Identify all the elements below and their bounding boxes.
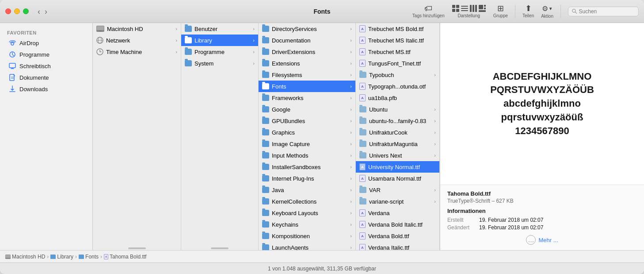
list-item[interactable]: A Typograph...otunda.otf bbox=[356, 81, 439, 92]
list-item[interactable]: DriverExtensions › bbox=[259, 46, 355, 58]
list-item[interactable]: GPUBundles › bbox=[259, 115, 355, 127]
list-item[interactable]: Keyboard Layouts › bbox=[259, 207, 355, 219]
group-icon: ⊞ bbox=[497, 4, 504, 12]
list-item[interactable]: Java › bbox=[259, 184, 355, 196]
content-area: Favoriten AirDrop bbox=[0, 23, 644, 250]
sidebar-item-dokumente[interactable]: Dokumente bbox=[2, 72, 91, 83]
arrow-icon: › bbox=[175, 26, 177, 31]
list-item[interactable]: DirectoryServices › bbox=[259, 23, 355, 35]
sidebar-item-label-programme: Programme bbox=[19, 51, 50, 58]
list-item[interactable]: UnifrakturCook › bbox=[356, 127, 439, 138]
breadcrumb-item-macintosh[interactable]: Macintosh HD bbox=[5, 254, 45, 260]
sidebar-item-airdrop[interactable]: AirDrop bbox=[2, 37, 91, 49]
list-item[interactable]: Fonts › bbox=[259, 81, 355, 92]
sidebar-item-label-dokumente: Dokumente bbox=[19, 74, 49, 81]
list-item[interactable]: A Usambara Normal.ttf bbox=[356, 173, 439, 184]
list-item[interactable]: A ua1b8a.pfb bbox=[356, 92, 439, 104]
list-item[interactable]: Kompositionen › bbox=[259, 230, 355, 242]
list-item[interactable]: Univers Next › bbox=[356, 150, 439, 161]
breadcrumb-item-fonts[interactable]: Fonts bbox=[79, 254, 99, 260]
list-item[interactable]: A Trebuchet MS Italic.ttf bbox=[356, 35, 439, 46]
list-item[interactable]: A Trebuchet MS Bold.ttf bbox=[356, 23, 439, 35]
list-item[interactable]: A Verdana Bold Italic.ttf bbox=[356, 219, 439, 230]
list-item[interactable]: Filesystems › bbox=[259, 69, 355, 81]
sidebar-item-schreibtisch[interactable]: Schreibtisch bbox=[2, 60, 91, 72]
list-item[interactable]: Graphics › bbox=[259, 127, 355, 138]
arrow-icon: › bbox=[350, 26, 352, 31]
arrow-icon: › bbox=[350, 141, 352, 147]
gallery-icon bbox=[478, 4, 486, 12]
font-preview-display: ABCDEFGHIJKLMNO PQRSTUVWXYZÄÖÜB abcdefgh… bbox=[440, 23, 644, 185]
preview-modified-val: 19. Februar 2018 um 02:07 bbox=[479, 224, 543, 231]
list-item[interactable]: Documentation › bbox=[259, 35, 355, 46]
list-item[interactable]: UnifrakturMaguntia › bbox=[356, 138, 439, 150]
col3-item-text: GPUBundles bbox=[272, 118, 347, 124]
folder-icon bbox=[262, 175, 269, 181]
list-item[interactable]: A Trebuchet MS.ttf bbox=[356, 46, 439, 58]
preview-modified-row: Geändert 19. Februar 2018 um 02:07 bbox=[447, 224, 637, 231]
list-item[interactable]: Frameworks › bbox=[259, 92, 355, 104]
search-box[interactable] bbox=[568, 7, 639, 16]
share-button[interactable]: ⬆ Teilen bbox=[522, 4, 534, 18]
folder-icon bbox=[262, 95, 269, 101]
tags-button[interactable]: 🏷 Tags hinzufügen bbox=[412, 4, 445, 18]
col4-item-text: ua1b8a.pfb bbox=[368, 95, 436, 101]
list-item[interactable]: LaunchAgents › bbox=[259, 242, 355, 250]
col3-item-text: DriverExtensions bbox=[272, 49, 347, 55]
folder-icon bbox=[262, 233, 269, 239]
folder-icon bbox=[359, 129, 366, 135]
list-item[interactable]: Image Capture › bbox=[259, 138, 355, 150]
minimize-button[interactable] bbox=[14, 8, 20, 14]
col3-item-text: DirectoryServices bbox=[272, 26, 347, 32]
arrow-icon: › bbox=[253, 61, 255, 66]
list-item[interactable]: KernelCollections › bbox=[259, 196, 355, 207]
list-item[interactable]: A Verdana bbox=[356, 207, 439, 219]
list-item[interactable]: Internet Plug-Ins › bbox=[259, 173, 355, 184]
list-item[interactable]: Programme › bbox=[181, 46, 258, 58]
list-item[interactable]: A University Normal.ttf bbox=[356, 161, 439, 173]
list-item[interactable]: A Verdana Bold.ttf bbox=[356, 230, 439, 242]
share-label: Teilen bbox=[522, 13, 534, 18]
maximize-button[interactable] bbox=[23, 8, 29, 14]
search-input[interactable] bbox=[579, 8, 635, 15]
list-item[interactable]: ubuntu-fo...family-0.83 › bbox=[356, 115, 439, 127]
list-item[interactable]: A Verdana Italic.ttf bbox=[356, 242, 439, 250]
font-file-icon: A bbox=[359, 37, 366, 44]
list-item[interactable]: Extensions › bbox=[259, 58, 355, 69]
sidebar-item-downloads[interactable]: Downloads bbox=[2, 83, 91, 95]
svg-rect-27 bbox=[99, 31, 102, 31]
list-item[interactable]: Keychains › bbox=[259, 219, 355, 230]
list-item[interactable]: VAR › bbox=[356, 184, 439, 196]
list-item[interactable]: Netzwerk › bbox=[93, 35, 181, 46]
list-item[interactable]: Input Methods › bbox=[259, 150, 355, 161]
folder-icon bbox=[262, 187, 269, 193]
col3-item-text: Internet Plug-Ins bbox=[272, 175, 347, 182]
group-button[interactable]: ⊞ Gruppe bbox=[493, 4, 508, 18]
list-item[interactable]: Benutzer › bbox=[181, 23, 258, 35]
action-button[interactable]: ⚙ ▼ Aktion bbox=[541, 4, 553, 19]
list-item[interactable]: Library › bbox=[181, 35, 258, 46]
list-item[interactable]: InstallerSandboxes › bbox=[259, 161, 355, 173]
more-button[interactable]: … Mehr ... bbox=[447, 235, 637, 245]
col4-item-text: Trebuchet MS.ttf bbox=[368, 49, 436, 55]
col3-item-text: Frameworks bbox=[272, 95, 347, 101]
close-button[interactable] bbox=[5, 8, 11, 14]
sidebar-item-programme[interactable]: Programme bbox=[2, 49, 91, 60]
list-item[interactable]: Time Machine › bbox=[93, 46, 181, 58]
breadcrumb-item-file[interactable]: A Tahoma Bold.ttf bbox=[104, 254, 146, 260]
list-item[interactable]: Google › bbox=[259, 104, 355, 115]
preview-filename: Tahoma Bold.ttf bbox=[447, 190, 637, 197]
back-button[interactable]: ‹ bbox=[36, 7, 42, 16]
svg-rect-8 bbox=[473, 5, 474, 12]
list-item[interactable]: variane-script › bbox=[356, 196, 439, 207]
list-item[interactable]: System › bbox=[181, 58, 258, 69]
forward-button[interactable]: › bbox=[43, 7, 49, 16]
view-button[interactable]: Darstellung bbox=[452, 4, 486, 18]
list-icon bbox=[461, 4, 469, 12]
list-item[interactable]: Ubuntu › bbox=[356, 104, 439, 115]
list-item[interactable]: Macintosh HD › bbox=[93, 23, 181, 35]
breadcrumb-item-library[interactable]: Library bbox=[50, 254, 73, 260]
list-item[interactable]: Typobuch › bbox=[356, 69, 439, 81]
arrow-icon: › bbox=[253, 26, 255, 31]
list-item[interactable]: A TungusFont_Tinet.ttf bbox=[356, 58, 439, 69]
